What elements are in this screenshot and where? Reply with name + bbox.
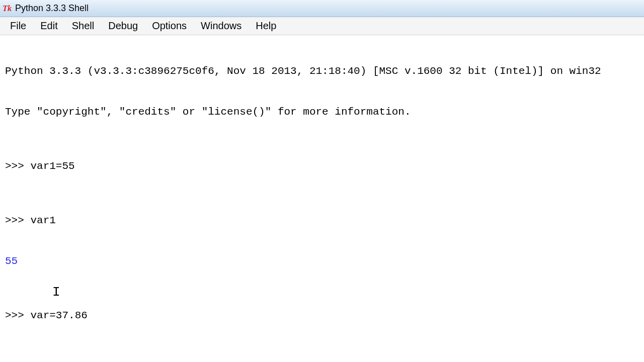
menu-file[interactable]: File [3, 18, 33, 34]
banner-line: Type "copyright", "credits" or "license(… [5, 105, 639, 119]
code-text: var1 [30, 215, 55, 226]
menu-help[interactable]: Help [249, 18, 283, 34]
shell-input-line: >>> var1 [5, 214, 639, 227]
code-text: var1=55 [30, 160, 74, 172]
code-text: var=37.86 [30, 310, 87, 321]
menu-options[interactable]: Options [145, 18, 194, 34]
window-title: Python 3.3.3 Shell [15, 3, 89, 14]
banner-line: Python 3.3.3 (v3.3.3:c3896275c0f6, Nov 1… [5, 64, 639, 78]
menu-debug[interactable]: Debug [101, 18, 145, 34]
menubar: File Edit Shell Debug Options Windows He… [0, 17, 644, 35]
prompt: >>> [5, 160, 30, 172]
app-icon: Tk [2, 4, 12, 14]
shell-input-line: >>> var=37.86 [5, 309, 639, 322]
shell-text-area[interactable]: Python 3.3.3 (v3.3.3:c3896275c0f6, Nov 1… [0, 35, 644, 362]
prompt: >>> [5, 310, 30, 321]
shell-input-line: >>> var1=55 [5, 159, 639, 173]
menu-edit[interactable]: Edit [33, 18, 64, 34]
shell-output: 55 [5, 254, 639, 268]
mouse-ibeam-cursor: I [52, 286, 60, 299]
menu-windows[interactable]: Windows [194, 18, 249, 34]
titlebar: Tk Python 3.3.3 Shell [0, 0, 644, 17]
prompt: >>> [5, 215, 30, 226]
menu-shell[interactable]: Shell [65, 18, 101, 34]
